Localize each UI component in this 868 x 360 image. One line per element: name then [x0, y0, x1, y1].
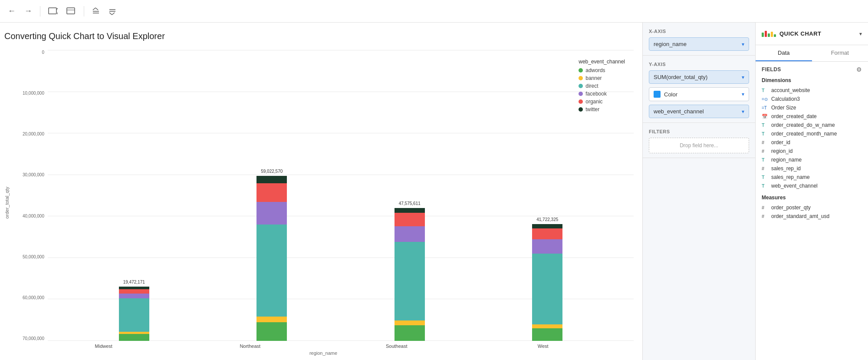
bar-stack [395, 208, 425, 341]
bar-total-label: 19,472,171 [123, 280, 145, 284]
legend-dot [579, 99, 583, 104]
legend-label: direct [585, 83, 598, 89]
tab-data[interactable]: Data [756, 45, 812, 61]
color-value-select[interactable]: web_event_channel ▾ [649, 105, 749, 118]
forward-button[interactable]: → [22, 5, 35, 17]
legend-item: banner [579, 75, 625, 81]
dimension-field-item[interactable]: Tregion_name [762, 155, 862, 164]
y-tick-3: 40,000,000 [13, 214, 44, 218]
quick-chart-title: QUICK CHART [779, 30, 822, 37]
toolbar: ← → + [0, 0, 868, 23]
settings-icon[interactable]: ⚙ [856, 66, 862, 73]
bar-segment [119, 294, 149, 298]
field-label: Order Size [771, 105, 796, 111]
svg-line-10 [109, 13, 112, 15]
legend-item: facebook [579, 91, 625, 97]
bar-segment [119, 289, 149, 294]
svg-line-6 [93, 8, 95, 10]
add-view-button[interactable]: + [46, 6, 60, 17]
dimension-field-item[interactable]: Tsales_rep_name [762, 173, 862, 182]
y-tick-1: 60,000,000 [13, 295, 44, 300]
bar-group-northeast: 59,022,570 [256, 169, 287, 341]
x-tick-southeast: Southeast [379, 343, 414, 349]
x-axis-arrow-icon: ▾ [742, 41, 744, 47]
bar-segment [532, 239, 562, 254]
sort-down-button[interactable] [106, 6, 119, 17]
bar-segment [256, 202, 287, 225]
tabs-row: Data Format [756, 45, 868, 62]
field-label: order_poster_qty [771, 205, 811, 211]
y-axis-label: order_total_qty [4, 187, 10, 218]
bar-segment [256, 322, 287, 341]
color-value-arrow-icon: ▾ [742, 109, 744, 115]
chart-plot: 70,000,000 60,000,000 50,000,000 40,000,… [13, 50, 634, 341]
bar3 [768, 33, 770, 37]
color-row[interactable]: Color ▾ [649, 87, 749, 101]
dimension-field-item[interactable]: =⊙Calculation3 [762, 95, 862, 103]
dimension-field-item[interactable]: #sales_rep_id [762, 164, 862, 173]
field-label: order_created_date [771, 113, 817, 119]
fields-title: FIELDS [762, 66, 781, 73]
measure-items-container: #order_poster_qty#order_standard_amt_usd [762, 203, 862, 221]
measures-header: Measures [762, 195, 862, 201]
legend-dot [579, 92, 583, 96]
dimension-items-container: Taccount_website=⊙Calculation3=TOrder Si… [762, 86, 862, 190]
tab-format[interactable]: Format [812, 45, 868, 61]
y-axis-select[interactable]: SUM(order_total_qty) ▾ [649, 70, 749, 84]
field-label: account_website [771, 87, 810, 93]
x-tick-northeast: Northeast [233, 343, 267, 349]
dimension-field-item[interactable]: Taccount_website [762, 86, 862, 95]
config-panel: X-Axis region_name ▾ Y-Axis SUM(order_to… [642, 23, 755, 360]
bars-row: 19,472,17159,022,57047,575,61141,722,325 [48, 50, 634, 341]
legend-item: adwords [579, 67, 625, 73]
x-axis-select[interactable]: region_name ▾ [649, 37, 749, 51]
quick-chart-chevron[interactable]: ▾ [859, 31, 862, 37]
layout-icon [66, 7, 76, 15]
y-axis-section: Y-Axis SUM(order_total_qty) ▾ Color ▾ we… [643, 56, 755, 123]
x-axis-label: X-Axis [649, 29, 749, 34]
field-label: sales_rep_name [771, 174, 810, 180]
legend-dot [579, 68, 583, 73]
measure-field-item[interactable]: #order_standard_amt_usd [762, 212, 862, 221]
hash-icon: # [762, 140, 769, 145]
sort-up-button[interactable] [89, 6, 102, 17]
dimension-field-item[interactable]: Torder_created_month_name [762, 129, 862, 138]
bar-segment [256, 176, 287, 183]
color-swatch [654, 91, 661, 98]
y-tick-7: 0 [13, 50, 44, 55]
bar-segment [256, 183, 287, 202]
bar4 [771, 32, 773, 37]
hash-icon: # [762, 214, 769, 219]
bar-stack [256, 176, 287, 341]
dimension-field-item[interactable]: Torder_created_do_w_name [762, 121, 862, 129]
layout-button[interactable] [64, 6, 79, 17]
back-button[interactable]: ← [5, 5, 18, 17]
text-icon: T [762, 183, 769, 188]
bar-segment [119, 334, 149, 341]
x-tick-west: West [526, 343, 560, 349]
x-axis-labels: Midwest Northeast Southeast West [13, 341, 634, 349]
bar-segment [395, 226, 425, 242]
filters-section: FILTERS Drop field here... [643, 123, 755, 158]
measure-field-item[interactable]: #order_poster_qty [762, 203, 862, 212]
text-icon: T [762, 175, 769, 180]
fields-panel: QUICK CHART ▾ Data Format FIELDS ⚙ Dimen… [755, 23, 868, 360]
bar-total-label: 41,722,325 [536, 217, 558, 222]
dimension-field-item[interactable]: =TOrder Size [762, 103, 862, 112]
field-label: sales_rep_id [771, 165, 801, 172]
dimension-field-item[interactable]: 📅order_created_date [762, 112, 862, 121]
dimension-field-item[interactable]: #region_id [762, 147, 862, 155]
bar-group-southeast: 47,575,611 [395, 201, 425, 341]
dimension-field-item[interactable]: Tweb_event_channel [762, 182, 862, 190]
bar1 [762, 33, 764, 37]
legend-item: direct [579, 83, 625, 89]
bar-segment [532, 254, 562, 324]
legend-dot [579, 107, 583, 112]
svg-line-7 [95, 8, 98, 10]
bar5 [774, 34, 776, 37]
filters-drop-zone[interactable]: Drop field here... [649, 138, 749, 153]
legend-dot [579, 76, 583, 80]
y-tick-0: 70,000,000 [13, 336, 44, 341]
dimension-field-item[interactable]: #order_id [762, 138, 862, 147]
y-tick-6: 10,000,000 [13, 91, 44, 96]
